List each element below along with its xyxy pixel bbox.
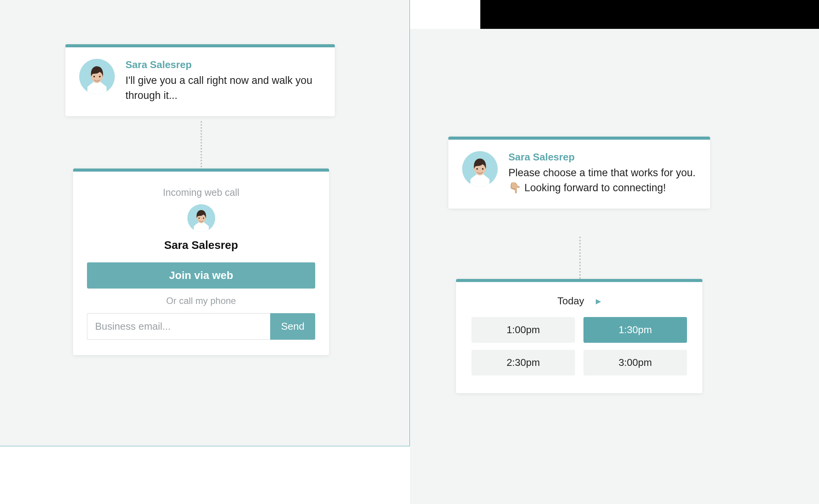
time-slot-selected[interactable]: 1:30pm xyxy=(583,317,687,343)
avatar xyxy=(462,151,498,187)
chat-message-card-right: Sara Salesrep Please choose a time that … xyxy=(448,137,710,209)
chat-message-card-left: Sara Salesrep I'll give you a call right… xyxy=(65,44,335,116)
send-button[interactable]: Send xyxy=(270,313,315,340)
svg-point-5 xyxy=(203,217,204,219)
email-input-row: Send xyxy=(87,313,315,340)
dotted-connector xyxy=(579,237,581,279)
chat-body: Sara Salesrep Please choose a time that … xyxy=(508,151,696,195)
scheduler-header: Today ▶ xyxy=(471,295,687,307)
svg-point-8 xyxy=(482,168,483,170)
incoming-call-card: Incoming web call Sara Salesrep Join via… xyxy=(73,169,329,355)
avatar-illustration xyxy=(79,59,115,94)
svg-point-2 xyxy=(99,76,100,77)
scheduler-day-label: Today xyxy=(557,295,584,307)
chat-message-text: I'll give you a call right now and walk … xyxy=(125,73,321,103)
business-email-input[interactable] xyxy=(87,313,270,340)
time-slot[interactable]: 1:00pm xyxy=(471,317,575,343)
top-right-black-bar xyxy=(480,0,819,29)
incoming-call-label: Incoming web call xyxy=(87,187,315,198)
scheduler-card: Today ▶ 1:00pm 1:30pm 2:30pm 3:00pm xyxy=(456,279,702,393)
avatar-illustration xyxy=(462,151,498,187)
left-panel: Sara Salesrep I'll give you a call right… xyxy=(0,0,410,446)
chevron-right-icon[interactable]: ▶ xyxy=(596,297,601,305)
time-slot-grid: 1:00pm 1:30pm 2:30pm 3:00pm xyxy=(471,317,687,375)
chat-sender-name: Sara Salesrep xyxy=(125,59,321,71)
svg-point-4 xyxy=(198,217,199,219)
avatar-illustration xyxy=(187,204,215,232)
chat-sender-name: Sara Salesrep xyxy=(508,151,696,163)
caller-name: Sara Salesrep xyxy=(87,239,315,252)
or-call-phone-label: Or call my phone xyxy=(87,295,315,306)
chat-message-text: Please choose a time that works for you.… xyxy=(508,165,696,195)
dotted-connector xyxy=(201,121,202,167)
caller-avatar xyxy=(187,204,215,232)
time-slot[interactable]: 3:00pm xyxy=(583,350,687,375)
svg-point-1 xyxy=(94,76,95,77)
right-panel: Sara Salesrep Please choose a time that … xyxy=(410,29,819,504)
svg-point-7 xyxy=(476,168,478,170)
avatar xyxy=(79,59,115,94)
join-via-web-button[interactable]: Join via web xyxy=(87,262,315,289)
chat-body: Sara Salesrep I'll give you a call right… xyxy=(125,59,321,103)
time-slot[interactable]: 2:30pm xyxy=(471,350,575,375)
